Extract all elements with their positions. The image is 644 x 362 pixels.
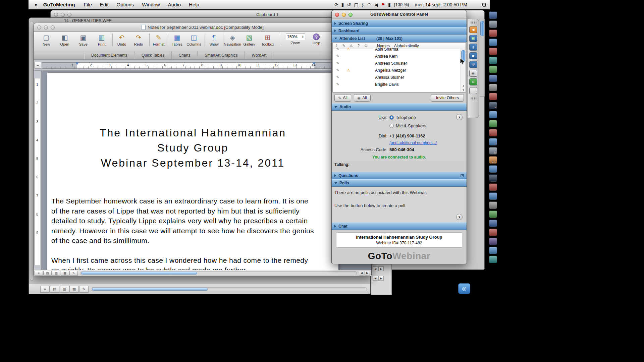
screen-share-button[interactable]: ▣ (469, 35, 477, 42)
document-page[interactable]: The International Hahnemannian Study Gro… (47, 73, 338, 270)
mic-speakers-label[interactable]: Mic & Speakers (396, 123, 426, 128)
help-button[interactable]: ? (313, 34, 320, 40)
toolbar-button[interactable]: ▢ New (39, 34, 54, 46)
horizontal-scrollbar[interactable] (80, 271, 357, 275)
menu-item[interactable]: GoToMeeting (39, 2, 80, 7)
horizontal-scrollbar[interactable] (91, 287, 367, 291)
volume-icon[interactable]: ◀ (374, 2, 378, 7)
scroll-down-button[interactable]: ▼ (461, 88, 466, 92)
scroll-right-button[interactable]: ▶ (378, 266, 384, 271)
view-mode-button[interactable]: ▥ (52, 271, 60, 276)
audio-options-button[interactable]: ▼ (456, 114, 463, 120)
apple-menu-icon[interactable]: ● (35, 2, 37, 7)
attendee-row[interactable]: ✎ Annissa Slusher (333, 74, 466, 81)
dock-icon[interactable] (489, 229, 497, 236)
grip-handle[interactable] (470, 97, 476, 101)
undock-questions-icon[interactable]: ◳ (461, 173, 464, 178)
dock-icon[interactable] (489, 174, 497, 182)
ribbon-tab[interactable]: Document Elements (84, 51, 135, 59)
toolbar-button[interactable]: ◈ Navigation (223, 34, 238, 46)
control-panel-titlebar[interactable]: GoToWebinar Control Panel (332, 10, 467, 18)
dock-icon[interactable] (489, 20, 497, 28)
menu-item[interactable]: File (80, 2, 96, 7)
question-column-icon[interactable]: ? (355, 44, 362, 48)
scroll-left-button[interactable]: ◀ (373, 266, 378, 271)
attendee-scrollbar[interactable]: ▲ ▼ (461, 49, 466, 92)
dock-icon[interactable] (489, 192, 497, 200)
battery-icon[interactable]: ▮ (388, 2, 391, 7)
view-mode-button[interactable]: ✎ (79, 286, 89, 293)
minimize-button[interactable] (61, 13, 65, 17)
mic-speakers-radio[interactable] (389, 124, 394, 128)
toolbar-button[interactable]: ¶ Show (205, 34, 220, 46)
dock-icon[interactable] (489, 75, 497, 82)
section-questions[interactable]: Questions ◳ (332, 172, 467, 179)
dock-icon[interactable] (489, 165, 497, 173)
blue-dock-icon[interactable]: ◎ (458, 283, 470, 294)
zoom-button[interactable] (348, 13, 353, 17)
dock-icon[interactable] (489, 247, 497, 254)
section-screen-sharing[interactable]: Screen Sharing (332, 20, 467, 27)
telephone-radio[interactable] (389, 115, 394, 120)
menu-item[interactable]: Edit (96, 2, 113, 7)
microphone-button[interactable]: Ψ (469, 61, 477, 68)
dock-icon[interactable] (489, 129, 497, 136)
section-dashboard[interactable]: Dashboard (332, 27, 467, 35)
additional-numbers-link[interactable]: (and additional numbers...) (389, 140, 437, 145)
scrollbar-thumb[interactable] (480, 21, 484, 36)
menu-item[interactable]: Window (138, 2, 164, 7)
wifi-icon[interactable]: ◠ (367, 2, 371, 7)
battery-menu-icon[interactable]: ▮ (341, 2, 344, 7)
scroll-thumb[interactable] (81, 272, 197, 275)
scroll-right-button[interactable]: ▶ (365, 271, 370, 276)
section-chat[interactable]: Chat (332, 222, 467, 230)
zoom-stepper[interactable]: ▲▼ (302, 35, 304, 39)
scroll-up-button[interactable]: ▲ (461, 83, 466, 88)
toolbar-button[interactable]: ⊞ Toolbox (260, 34, 275, 46)
dock-icon[interactable] (489, 220, 497, 227)
dock-icon[interactable] (489, 39, 497, 46)
dock-icon[interactable] (489, 210, 497, 218)
dock-icon[interactable] (489, 201, 497, 209)
spotlight-icon[interactable] (482, 2, 486, 7)
dock-icon[interactable] (489, 238, 497, 245)
sync-icon[interactable]: ⟳ (334, 2, 338, 7)
dock-icon[interactable] (489, 66, 497, 73)
grip-handle[interactable] (470, 20, 476, 24)
dock-icon[interactable] (489, 120, 497, 127)
zoom-input[interactable]: 150% ▲▼ (286, 34, 305, 40)
attendee-row[interactable]: ✎ ⚠ Angelika Metzger (333, 67, 466, 74)
globe-button[interactable]: ⊕ (469, 78, 477, 85)
minimize-button[interactable] (44, 25, 48, 29)
view-mode-button[interactable]: ▦ (61, 271, 69, 276)
zoom-button[interactable] (67, 13, 71, 17)
view-mode-button[interactable]: ≡ (40, 286, 50, 293)
unmute-all-button[interactable]: ◉ All (354, 94, 371, 102)
section-attendee-list[interactable]: Attendee List (30 | Max 101) (332, 35, 467, 42)
view-mode-button[interactable]: ▤ (43, 271, 52, 276)
displays-icon[interactable]: ▢ (354, 2, 358, 7)
menu-item[interactable]: Options (113, 2, 138, 7)
menu-item[interactable]: Audio (164, 2, 185, 7)
minimize-button[interactable] (342, 13, 346, 17)
dock-icon[interactable] (489, 183, 497, 191)
menu-clock[interactable]: mer. 14 sept. 2:00:50 PM (415, 2, 467, 7)
scroll-left-button[interactable]: ◀ (359, 271, 364, 276)
toolbar-button[interactable]: ↷ Redo (131, 34, 146, 46)
word-titlebar[interactable]: Notes for September 2011 webinar.doc [Co… (34, 23, 371, 32)
dock-icon[interactable] (489, 57, 497, 64)
toolbar-button[interactable]: ✎ Format (149, 34, 165, 46)
dock-icon[interactable]: 217 (489, 156, 497, 164)
dock-icon[interactable] (489, 11, 497, 19)
attendee-row[interactable]: ✎ Brigitte Davis (333, 81, 466, 88)
bluetooth-icon[interactable]: ᛒ (361, 2, 364, 7)
section-polls[interactable]: Polls (332, 179, 467, 187)
ribbon-tab[interactable]: WordArt (245, 51, 274, 59)
ribbon-tab[interactable]: Quick Tables (135, 51, 171, 59)
tab-stop-selector[interactable]: ⌐ (35, 62, 41, 69)
dock-icon[interactable] (489, 84, 497, 91)
view-mode-button[interactable]: ▦ (69, 286, 79, 293)
menu-item[interactable]: Help (185, 2, 203, 7)
dock-icon[interactable] (489, 29, 497, 37)
dock-icon[interactable]: 28 (489, 147, 497, 155)
